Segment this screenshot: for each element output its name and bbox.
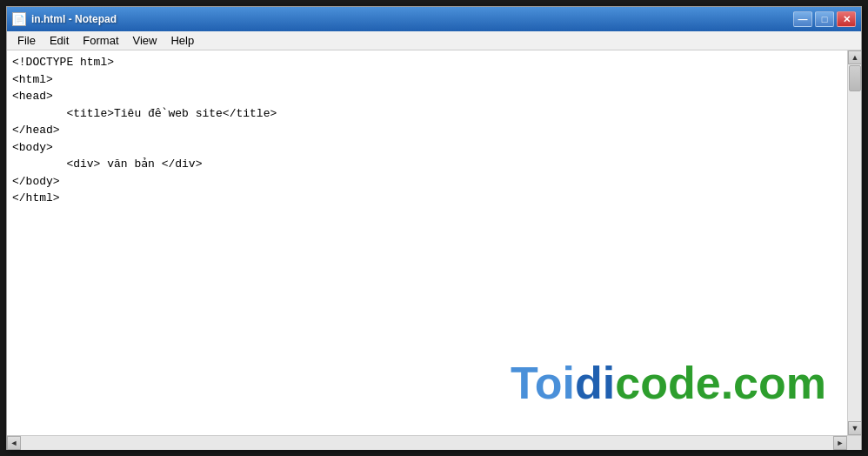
menu-file[interactable]: File	[10, 32, 43, 49]
content-area: <!DOCTYPE html> <html> <head> <title>Tiê…	[7, 50, 861, 435]
scroll-up-button[interactable]: ▲	[848, 50, 861, 64]
scroll-down-button[interactable]: ▼	[848, 421, 861, 435]
scroll-thumb-vertical[interactable]	[849, 65, 861, 91]
menu-help[interactable]: Help	[164, 32, 201, 49]
window-controls: — □ ✕	[793, 11, 856, 27]
scrollbar-corner	[847, 436, 861, 450]
maximize-button[interactable]: □	[815, 11, 834, 27]
menu-view[interactable]: View	[126, 32, 164, 49]
text-editor[interactable]: <!DOCTYPE html> <html> <head> <title>Tiê…	[7, 50, 847, 435]
close-button[interactable]: ✕	[837, 11, 856, 27]
menu-format[interactable]: Format	[76, 32, 125, 49]
menu-bar: File Edit Format View Help	[7, 31, 861, 50]
scroll-left-button[interactable]: ◄	[7, 436, 21, 450]
title-bar: 📄 in.html - Notepad — □ ✕	[7, 7, 861, 31]
app-icon: 📄	[12, 12, 26, 26]
window-title: in.html - Notepad	[31, 13, 117, 25]
title-bar-left: 📄 in.html - Notepad	[12, 12, 117, 26]
scroll-track-horizontal[interactable]	[21, 436, 833, 450]
scroll-track-vertical[interactable]	[848, 64, 861, 421]
menu-edit[interactable]: Edit	[43, 32, 76, 49]
horizontal-scrollbar: ◄ ►	[7, 435, 861, 449]
scroll-right-button[interactable]: ►	[833, 436, 847, 450]
notepad-window: 📄 in.html - Notepad — □ ✕ File Edit Form…	[6, 6, 862, 450]
vertical-scrollbar[interactable]: ▲ ▼	[847, 50, 861, 435]
minimize-button[interactable]: —	[793, 11, 812, 27]
